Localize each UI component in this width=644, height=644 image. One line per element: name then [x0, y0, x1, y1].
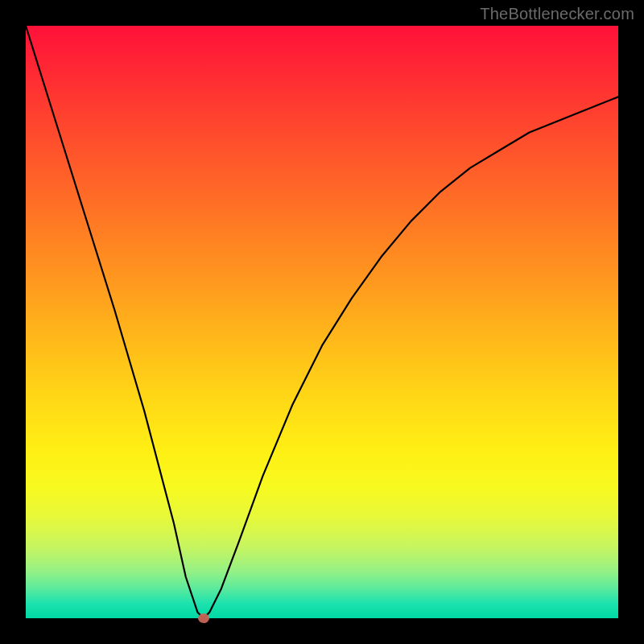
attribution-label: TheBottlenecker.com [480, 5, 634, 23]
chart-canvas: TheBottlenecker.com [0, 0, 644, 644]
bottleneck-curve [26, 26, 618, 618]
optimum-marker-icon [198, 613, 209, 623]
plot-area [26, 26, 618, 618]
